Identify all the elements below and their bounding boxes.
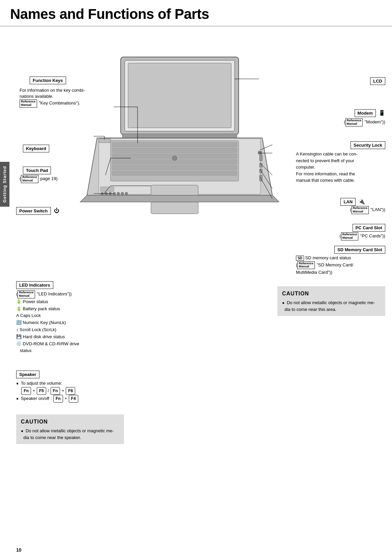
svg-rect-3 — [122, 134, 237, 138]
caution-speaker: CAUTION ● Do not allow metallic objects … — [16, 414, 124, 444]
side-tab: Getting Started — [0, 162, 9, 207]
svg-rect-10 — [112, 165, 237, 170]
svg-rect-7 — [112, 148, 237, 153]
led-desc: (ReferenceManual "LED Indicators")) 🔋 Po… — [16, 290, 117, 354]
svg-point-24 — [117, 192, 120, 195]
sd-card-desc: SD SD memory card status (ReferenceManua… — [296, 255, 385, 276]
svg-rect-19 — [258, 151, 262, 154]
svg-point-26 — [125, 192, 128, 195]
svg-rect-11 — [112, 171, 237, 176]
lan-label: LAN 🔌 — [340, 198, 365, 206]
security-lock-desc: A Kensington cable can be con- nected to… — [296, 151, 385, 184]
laptop-illustration — [70, 54, 279, 232]
svg-point-13 — [172, 156, 177, 161]
power-switch-label: Power Switch ⏻ — [16, 207, 59, 215]
modem-desc: (ReferenceManual "Modem")) — [344, 118, 385, 126]
touchpad-label: Touch Pad — [23, 167, 51, 174]
touchpad-desc: (ReferenceManual page 19) — [20, 175, 58, 183]
speaker-label: Speaker — [16, 371, 39, 378]
lan-desc: (ReferenceManual "LAN")) — [350, 206, 385, 214]
page-number: 10 — [16, 547, 22, 553]
svg-rect-2 — [128, 63, 231, 128]
speaker-desc: ● To adjust the volume: Fn + F5 / Fn + F… — [16, 380, 121, 403]
keyboard-label: Keyboard — [23, 145, 49, 152]
page-title: Names and Functions of Parts — [0, 0, 392, 27]
function-keys-label: Function Keys — [30, 77, 66, 84]
pc-card-desc: (ReferenceManual "PC Cards")) — [339, 232, 385, 240]
svg-rect-27 — [100, 187, 114, 192]
svg-point-25 — [121, 192, 124, 195]
caution-sd-area: CAUTION ● Do not allow metallic objects … — [277, 286, 385, 316]
sd-card-slot-label: SD Memory Card Slot — [334, 246, 385, 254]
svg-rect-6 — [112, 142, 237, 147]
led-indicators-label: LED Indicators — [16, 281, 53, 289]
security-lock-label: Security Lock — [351, 141, 385, 149]
modem-label: Modem 📱 — [355, 109, 385, 117]
function-keys-desc: For information on the key combi- nation… — [20, 87, 94, 108]
svg-rect-15 — [260, 155, 262, 161]
pc-card-slot-label: PC Card Slot — [353, 224, 385, 232]
lcd-label: LCD — [370, 77, 385, 85]
